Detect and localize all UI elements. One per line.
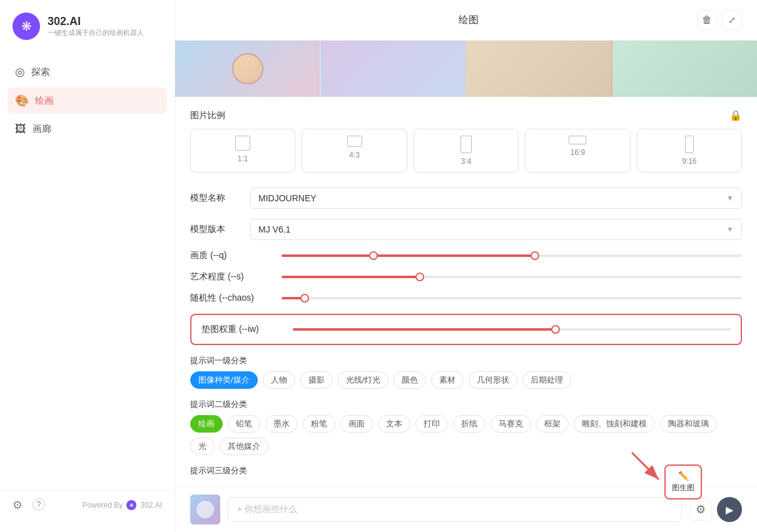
ratio-btn-1-1[interactable]: 1:1 [190,129,295,173]
model-version-row: 模型版本 MJ V6.1 ▼ [190,219,742,240]
settings-icon: ⚙ [696,503,706,516]
quality-slider[interactable] [282,254,742,257]
tags-level1-section: 提示词一级分类 图像种类/媒介 人物 摄影 光线/灯光 颜色 素材 几何形状 后… [190,355,742,389]
powered-logo: ❋ [126,500,136,510]
ratio-btn-4-3[interactable]: 4:3 [302,129,407,173]
logo-text: 302.AI 一键生成属于自己的绘画机器人 [48,15,144,38]
sidebar-item-draw[interactable]: 🎨 绘画 [8,88,167,114]
img2img-label: 图生图 [672,483,694,493]
aspect-ratio-label: 图片比例 [190,110,225,121]
header-actions: 🗑 ⤢ [697,10,742,30]
tags-level2-row: 绘画 铅笔 墨水 粉笔 画面 文本 打印 折纸 马赛克 框架 雕刻、蚀刻和建模 … [190,415,742,455]
tag-item[interactable]: 后期处理 [522,371,571,389]
tag-item[interactable]: 光线/灯光 [338,371,389,389]
send-button[interactable]: ▶ [717,497,742,522]
quality-thumb-2[interactable] [531,251,539,260]
content-area: 图片比例 🔒 1:1 4:3 3:4 [175,97,757,486]
lock-icon[interactable]: 🔒 [729,109,742,121]
art-thumb[interactable] [415,273,424,281]
settings-icon[interactable]: ⚙ [13,498,23,512]
iw-slider[interactable] [293,328,731,331]
bottom-thumbnail [190,494,220,524]
tag-item[interactable]: 打印 [415,415,448,433]
help-icon[interactable]: ? [33,498,45,511]
ratio-icon-3-4 [460,136,472,153]
logo-icon: ❋ [13,13,40,40]
model-select[interactable]: MIDJOURNEY ▼ [250,188,742,209]
delete-button[interactable]: 🗑 [697,10,717,30]
ratio-icon-4-3 [347,136,362,147]
sidebar-bottom: ⚙ ? Powered By ❋ 302.AI [0,490,175,519]
sidebar-item-label: 探索 [31,66,50,78]
tag-item[interactable]: 颜色 [394,371,426,389]
tag-item[interactable]: 框架 [536,415,569,433]
art-slider[interactable] [282,276,742,278]
tags-level3-section: 提示词三级分类 [190,465,742,476]
chaos-thumb[interactable] [300,294,309,303]
tag-item[interactable]: 其他媒介 [220,438,268,455]
model-label: 模型名称 [190,193,240,204]
tag-item[interactable]: 文本 [378,415,410,433]
img2img-button[interactable]: ✏️ 图生图 [664,464,702,499]
art-fill [282,276,420,278]
tag-item[interactable]: 画面 [340,415,373,433]
tag-item[interactable]: 雕刻、蚀刻和建模 [574,415,655,433]
main-scroll: 图片比例 🔒 1:1 4:3 3:4 [175,41,757,486]
sidebar-item-label: 画廊 [33,123,51,135]
sidebar-item-gallery[interactable]: 🖼 画廊 [8,116,167,142]
explore-icon: ◎ [15,65,25,79]
sidebar-item-explore[interactable]: ◎ 探索 [8,59,167,85]
iw-slider-box: 垫图权重 (--iw) [190,314,742,345]
app-title: 302.AI [48,15,144,28]
iw-label: 垫图权重 (--iw) [201,324,283,335]
app-subtitle: 一键生成属于自己的绘画机器人 [48,28,144,38]
ratio-icon-1-1 [235,136,250,151]
send-icon: ▶ [726,504,733,516]
logo-area: ❋ 302.AI 一键生成属于自己的绘画机器人 [0,13,175,53]
chaos-slider-row: 随机性 (--chaos) [190,293,742,304]
tag-item[interactable]: 铅笔 [228,415,260,433]
tag-item[interactable]: 几何形状 [469,371,517,389]
quality-thumb-1[interactable] [369,251,378,260]
page-title: 绘图 [240,14,697,27]
draw-icon: 🎨 [15,94,29,108]
tags-level2-label: 提示词二级分类 [190,399,742,410]
art-label: 艺术程度 (--s) [190,271,272,283]
model-name-row: 模型名称 MIDJOURNEY ▼ [190,188,742,209]
tag-item[interactable]: 光 [190,438,215,455]
iw-slider-row: 垫图权重 (--iw) [201,324,731,335]
sidebar-item-label: 绘画 [35,95,54,107]
version-label: 模型版本 [190,224,240,235]
iw-thumb[interactable] [551,325,560,334]
ratio-btn-3-4[interactable]: 3:4 [414,129,519,173]
expand-button[interactable]: ⤢ [722,10,742,30]
ratio-icon-9-16 [685,136,694,153]
tag-item[interactable]: 人物 [263,371,295,389]
quality-label: 画质 (--q) [190,250,272,261]
tag-item[interactable]: 折纸 [453,415,485,433]
tag-item[interactable]: 墨水 [265,415,298,433]
sidebar: ❋ 302.AI 一键生成属于自己的绘画机器人 ◎ 探索 🎨 绘画 🖼 画廊 ⚙… [0,0,175,532]
main-header: 绘图 🗑 ⤢ [175,0,757,41]
prompt-input[interactable]: + 你想画些什么 [228,497,682,522]
tag-item[interactable]: 陶器和玻璃 [660,415,717,433]
gallery-icon: 🖼 [15,123,26,136]
sidebar-bottom-icons: ⚙ ? [13,498,45,512]
tag-item[interactable]: 马赛克 [490,415,531,433]
tag-item[interactable]: 摄影 [300,371,333,389]
ratio-btn-9-16[interactable]: 9:16 [637,129,742,173]
chaos-label: 随机性 (--chaos) [190,293,272,304]
tag-item[interactable]: 粉笔 [303,415,335,433]
version-arrow-icon: ▼ [726,225,734,234]
ratio-btn-16-9[interactable]: 16:9 [525,129,630,173]
version-select[interactable]: MJ V6.1 ▼ [250,219,742,240]
tag-item[interactable]: 图像种类/媒介 [190,371,258,389]
expand-icon: ⤢ [728,15,736,25]
aspect-ratio-section: 图片比例 🔒 1:1 4:3 3:4 [190,109,742,173]
chaos-slider[interactable] [282,297,742,299]
tag-item[interactable]: 素材 [431,371,464,389]
tag-item[interactable]: 绘画 [190,415,223,433]
main-content: 绘图 🗑 ⤢ [175,0,757,532]
settings-button[interactable]: ⚙ [689,498,712,521]
sidebar-nav: ◎ 探索 🎨 绘画 🖼 画廊 [0,53,175,490]
